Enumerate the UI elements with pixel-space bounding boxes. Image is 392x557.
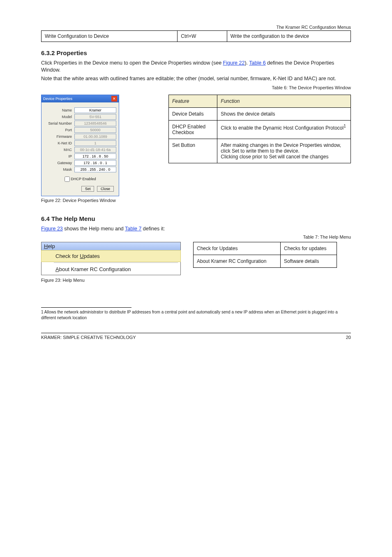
cell-dhcp: DHCP Enabled Checkbox	[169, 121, 217, 139]
top-table: Write Configuration to Device Ctrl+W Wri…	[41, 30, 351, 42]
link-figure-23[interactable]: Figure 23	[41, 226, 63, 232]
th-feature: Feature	[169, 95, 217, 108]
props-para1: Click Properties in the Device menu to o…	[41, 60, 351, 74]
mac-field	[74, 147, 116, 153]
device-properties-table: FeatureFunction Device DetailsShows the …	[168, 95, 351, 163]
link-figure-22[interactable]: Figure 22	[223, 60, 245, 66]
label-serial: Serial Number	[44, 121, 74, 125]
help-menu: Help Check for Updates About Kramer RC C…	[41, 242, 181, 275]
cell-set-fn: After making changes in the Device Prope…	[217, 139, 351, 163]
mask-field[interactable]	[74, 167, 116, 172]
th-function: Function	[217, 95, 351, 108]
label-firmware: Firmware	[44, 135, 74, 139]
label-port: Port	[44, 128, 74, 132]
label-name: Name	[44, 108, 74, 112]
cell-set: Set Button	[169, 139, 217, 163]
help-para: Figure 23 shows the Help menu and Table …	[41, 225, 351, 232]
dhcp-checkbox[interactable]	[65, 176, 70, 182]
dhcp-checkbox-label[interactable]: DHCP Enabled	[65, 177, 96, 181]
port-field	[74, 127, 116, 133]
menu-item-check-updates[interactable]: Check for Updates	[41, 250, 181, 262]
cell-check-updates-fn: Checks for updates	[281, 242, 337, 255]
ip-field[interactable]	[74, 153, 116, 159]
name-field[interactable]	[74, 107, 116, 113]
props-para2: Note that the white areas with outlined …	[41, 75, 351, 82]
serial-field	[74, 121, 116, 126]
table-6-caption: Table 6: The Device Properties Window	[41, 85, 351, 91]
device-properties-dialog: Device Properties ✕ Name Model Serial Nu…	[41, 95, 119, 196]
cell-dhcp-fn: Click to enable the Dynamic Host Configu…	[217, 121, 351, 139]
close-icon[interactable]: ✕	[111, 96, 117, 102]
cell-device-details-fn: Shows the device details	[217, 108, 351, 121]
label-mask: Mask	[44, 167, 74, 172]
knet-field	[74, 140, 116, 146]
dialog-titlebar: Device Properties ✕	[42, 95, 119, 102]
top-c1: Write Configuration to Device	[42, 31, 178, 42]
table-7-caption: Table 7: The Help Menu	[41, 234, 351, 240]
label-gateway: Gateway	[44, 161, 74, 165]
label-ip: IP	[44, 154, 74, 158]
menu-item-about[interactable]: About Kramer RC Configuration	[42, 264, 180, 275]
top-c2: Ctrl+W	[178, 31, 227, 42]
label-mac: MAC	[44, 148, 74, 152]
figure-23-caption: Figure 23: Help Menu	[41, 278, 181, 283]
close-button[interactable]: Close	[97, 186, 114, 192]
gateway-field[interactable]	[74, 160, 116, 166]
set-button[interactable]: Set	[81, 186, 95, 192]
footer-page-number: 20	[346, 335, 351, 340]
label-knet: K-Net ID	[44, 141, 74, 145]
model-field	[74, 114, 116, 120]
footnote-1: 1 Allows the network administrator to di…	[41, 309, 351, 320]
cell-device-details: Device Details	[169, 108, 217, 121]
running-head: The Kramer RC Configuration Menus	[41, 25, 351, 30]
link-table-6[interactable]: Table 6	[249, 60, 265, 66]
cell-about: About Kramer RC Configuration	[194, 255, 281, 268]
link-table-7[interactable]: Table 7	[125, 226, 141, 232]
firmware-field	[74, 134, 116, 139]
figure-22-caption: Figure 22: Device Properties Window	[41, 198, 144, 203]
cell-check-updates: Check for Updates	[194, 242, 281, 255]
section-help-heading: 6.4 The Help Menu	[41, 215, 351, 222]
section-properties-heading: 6.3.2 Properties	[41, 49, 351, 56]
footer-left: KRAMER: SIMPLE CREATIVE TECHNOLOGY	[41, 335, 136, 340]
top-c3: Write the configuration to the device	[227, 31, 350, 42]
cell-about-fn: Software details	[281, 255, 337, 268]
menu-bar-help[interactable]: Help	[42, 242, 180, 250]
help-menu-table: Check for UpdatesChecks for updates Abou…	[193, 242, 337, 268]
label-model: Model	[44, 115, 74, 119]
